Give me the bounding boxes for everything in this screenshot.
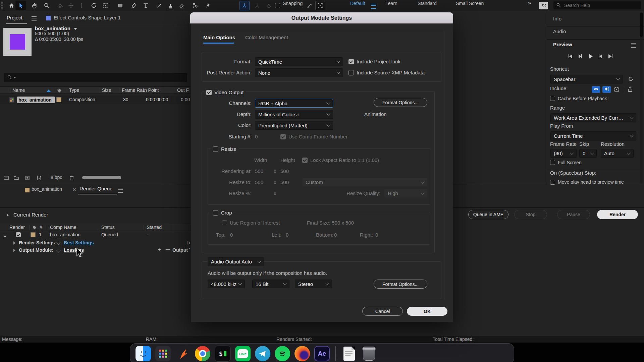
home-icon[interactable] bbox=[8, 2, 15, 9]
chevron-down-icon[interactable] bbox=[56, 248, 61, 252]
dolly-camera-tool-icon[interactable] bbox=[78, 2, 85, 9]
first-frame-icon[interactable] bbox=[567, 53, 574, 61]
row-label-swatch[interactable] bbox=[56, 97, 61, 102]
rectangle-tool-icon[interactable] bbox=[116, 2, 124, 9]
render-enabled-checkbox[interactable] bbox=[16, 232, 21, 237]
resize-preset-dropdown[interactable]: Custom bbox=[302, 178, 427, 186]
col-type[interactable]: Type bbox=[69, 86, 79, 95]
zoom-tool-icon[interactable] bbox=[43, 2, 50, 9]
capture-region-icon[interactable] bbox=[316, 2, 324, 9]
on-stop-option-checkbox[interactable] bbox=[550, 180, 555, 185]
roto-brush-tool-icon[interactable] bbox=[191, 2, 198, 9]
row-name-selected[interactable]: box_animation bbox=[17, 97, 55, 103]
snap-edges-icon[interactable] bbox=[306, 2, 313, 9]
crop-checkbox[interactable] bbox=[213, 210, 218, 216]
resize-width[interactable]: 500 bbox=[255, 178, 263, 187]
dock-trash-icon[interactable] bbox=[361, 346, 377, 361]
new-composition-icon[interactable] bbox=[24, 175, 30, 182]
include-video-toggle[interactable] bbox=[592, 86, 600, 93]
dock-finder-icon[interactable] bbox=[136, 346, 151, 361]
new-folder-icon[interactable] bbox=[13, 175, 19, 182]
reset-icon[interactable] bbox=[628, 76, 634, 83]
dock-chrome-icon[interactable] bbox=[195, 346, 210, 361]
tab-color-management[interactable]: Color Management bbox=[245, 35, 288, 40]
current-render-expander[interactable] bbox=[7, 214, 9, 217]
lock-aspect-checkbox[interactable] bbox=[302, 158, 308, 163]
tab-main-options[interactable]: Main Options bbox=[203, 35, 235, 40]
workspace-small-screen[interactable]: Small Screen bbox=[456, 0, 484, 8]
queue-in-ame-button[interactable]: Queue in AME bbox=[468, 210, 508, 219]
world-axis-mode-icon[interactable] bbox=[253, 2, 261, 9]
row-expander-icon[interactable] bbox=[3, 233, 7, 239]
col-size[interactable]: Size bbox=[102, 86, 111, 95]
use-comp-frame-checkbox[interactable] bbox=[280, 134, 286, 139]
play-icon[interactable] bbox=[587, 53, 594, 61]
panel-tab-audio[interactable]: Audio bbox=[553, 28, 566, 34]
render-queue-menu-icon[interactable] bbox=[118, 188, 123, 193]
render-settings-expander[interactable] bbox=[13, 241, 15, 245]
tab-box-animation[interactable]: box_animation bbox=[32, 185, 62, 193]
dock-after-effects-icon[interactable]: Ae bbox=[314, 346, 330, 361]
video-output-checkbox[interactable] bbox=[206, 90, 212, 95]
full-screen-checkbox[interactable] bbox=[550, 160, 555, 165]
col-out-point[interactable]: Out F bbox=[177, 86, 189, 95]
audio-channels-dropdown[interactable]: Stereo bbox=[295, 280, 332, 288]
tab-effect-controls[interactable]: Effect Controls Shape Layer 1 bbox=[54, 13, 121, 22]
trash-icon[interactable] bbox=[69, 175, 74, 182]
col-render[interactable]: Render bbox=[9, 223, 25, 232]
orbit-camera-tool-icon[interactable] bbox=[56, 2, 64, 9]
pen-tool-icon[interactable] bbox=[130, 2, 138, 9]
workspace-learn[interactable]: Learn bbox=[385, 0, 397, 8]
eraser-tool-icon[interactable] bbox=[178, 2, 185, 9]
dock-firefox-icon[interactable] bbox=[294, 346, 310, 361]
help-search-box[interactable] bbox=[553, 1, 641, 9]
add-output-module-button[interactable]: + bbox=[158, 245, 161, 254]
project-search-box[interactable] bbox=[4, 73, 187, 82]
type-tool-icon[interactable] bbox=[142, 2, 149, 9]
sort-ascending-icon[interactable] bbox=[46, 89, 51, 92]
pause-button[interactable]: Pause bbox=[557, 210, 590, 219]
panel-scrollbar-track[interactable] bbox=[640, 12, 643, 184]
roi-checkbox[interactable] bbox=[222, 220, 227, 225]
col-started[interactable]: Started bbox=[147, 223, 162, 232]
puppet-pin-tool-icon[interactable] bbox=[204, 2, 211, 9]
search-filter-icon[interactable] bbox=[13, 77, 16, 78]
tab-render-queue[interactable]: Render Queue bbox=[79, 184, 112, 193]
workspace-menu-icon[interactable] bbox=[371, 4, 376, 9]
resize-checkbox[interactable] bbox=[213, 146, 218, 152]
dock-launchpad-icon[interactable] bbox=[155, 346, 171, 361]
channels-dropdown[interactable]: RGB + Alpha bbox=[255, 99, 333, 108]
tab-project[interactable]: Project bbox=[7, 13, 22, 22]
chevron-down-icon[interactable] bbox=[56, 241, 61, 245]
remove-output-module-button[interactable]: — bbox=[166, 245, 170, 254]
dock-document-icon[interactable] bbox=[341, 346, 357, 361]
audio-format-options-button[interactable]: Format Options... bbox=[374, 280, 427, 289]
format-options-button[interactable]: Format Options... bbox=[374, 98, 427, 107]
project-thumbnail[interactable] bbox=[3, 28, 32, 56]
crop-bottom-value[interactable]: 0 bbox=[334, 231, 337, 239]
play-from-dropdown[interactable]: Current Time bbox=[550, 131, 636, 140]
crop-right-value[interactable]: 0 bbox=[375, 231, 378, 239]
audio-rate-dropdown[interactable]: 48.000 kHz bbox=[208, 280, 245, 288]
project-table-row[interactable]: box_animation Composition 30 0:00:00:00 … bbox=[0, 96, 190, 104]
rotation-tool-icon[interactable] bbox=[90, 2, 97, 9]
include-project-link-checkbox[interactable] bbox=[348, 59, 354, 64]
col-name[interactable]: Name bbox=[12, 86, 25, 95]
col-in-point[interactable]: In Point bbox=[143, 86, 159, 95]
starting-number-value[interactable]: 0 bbox=[255, 132, 258, 141]
resize-height[interactable]: 500 bbox=[280, 178, 289, 187]
dock-orange-app-icon[interactable] bbox=[175, 346, 191, 361]
selection-tool-icon[interactable] bbox=[17, 2, 24, 9]
stop-button[interactable]: Stop bbox=[514, 210, 547, 219]
previous-frame-icon[interactable] bbox=[577, 53, 584, 61]
include-xmp-checkbox[interactable] bbox=[348, 70, 354, 75]
dock-line-icon[interactable]: LINE bbox=[235, 346, 251, 361]
audio-output-dropdown[interactable]: Audio Output Auto bbox=[208, 257, 264, 266]
range-dropdown[interactable]: Work Area Extended By Current ... bbox=[550, 113, 636, 122]
skip-dropdown[interactable]: 0 bbox=[579, 149, 597, 158]
horizontal-scrollbar-thumb[interactable] bbox=[82, 176, 121, 179]
shortcut-dropdown[interactable]: Spacebar bbox=[550, 75, 623, 83]
interpret-footage-icon[interactable] bbox=[3, 175, 9, 182]
dialog-titlebar[interactable]: Output Module Settings bbox=[190, 12, 453, 23]
row-label-swatch[interactable] bbox=[31, 232, 36, 237]
